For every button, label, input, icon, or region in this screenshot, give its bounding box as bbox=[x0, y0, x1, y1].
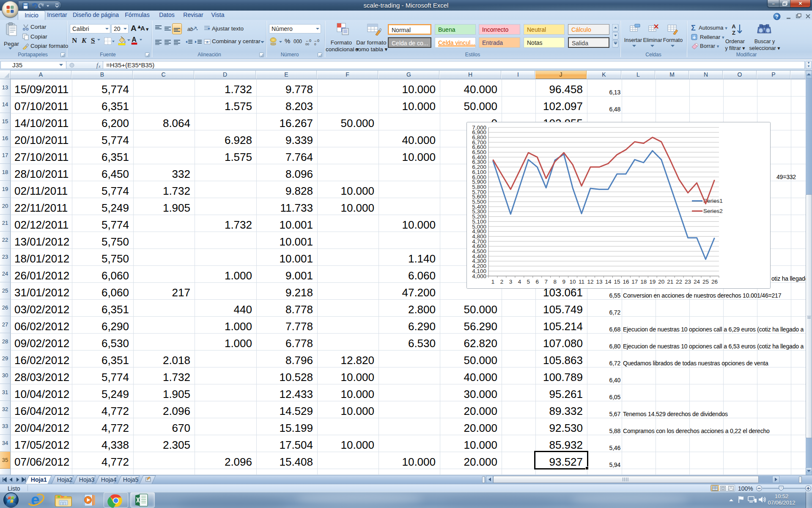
svg-text:1: 1 bbox=[491, 279, 495, 285]
svg-text:22: 22 bbox=[676, 279, 682, 285]
svg-text:7: 7 bbox=[544, 279, 548, 285]
svg-text:4: 4 bbox=[518, 279, 521, 285]
svg-text:2: 2 bbox=[500, 279, 504, 285]
svg-text:14: 14 bbox=[605, 279, 612, 285]
svg-text:Series2: Series2 bbox=[703, 208, 723, 214]
svg-text:23: 23 bbox=[685, 279, 691, 285]
svg-text:21: 21 bbox=[667, 279, 673, 285]
svg-text:12: 12 bbox=[587, 279, 593, 285]
svg-text:24: 24 bbox=[694, 279, 700, 285]
svg-text:25: 25 bbox=[702, 279, 709, 285]
svg-text:11: 11 bbox=[579, 279, 584, 285]
svg-text:5: 5 bbox=[527, 279, 530, 285]
svg-text:26: 26 bbox=[711, 279, 718, 285]
svg-text:18: 18 bbox=[640, 279, 647, 285]
svg-text:6: 6 bbox=[536, 279, 539, 285]
svg-text:8: 8 bbox=[553, 279, 557, 285]
svg-text:20: 20 bbox=[658, 279, 664, 285]
svg-text:10: 10 bbox=[570, 279, 576, 285]
svg-text:19: 19 bbox=[649, 279, 656, 285]
svg-text:15: 15 bbox=[614, 279, 620, 285]
svg-text:9: 9 bbox=[562, 279, 565, 285]
svg-text:4,000: 4,000 bbox=[472, 273, 486, 279]
svg-text:13: 13 bbox=[596, 279, 602, 285]
svg-text:17: 17 bbox=[631, 279, 638, 285]
svg-text:3: 3 bbox=[509, 279, 513, 285]
svg-text:16: 16 bbox=[623, 279, 629, 285]
